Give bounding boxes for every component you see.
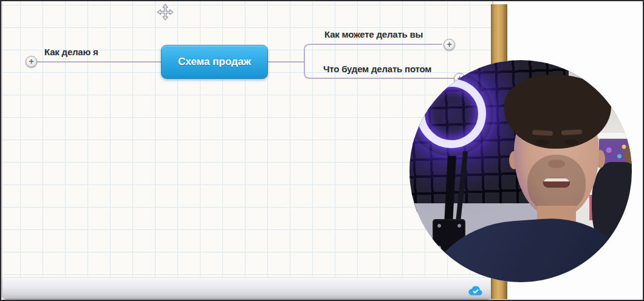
- presenter-eyebrow: [532, 130, 553, 136]
- branch-label-right-bottom[interactable]: Что будем делать потом: [323, 64, 431, 74]
- cloud-check-icon[interactable]: [468, 285, 484, 297]
- move-cursor-icon[interactable]: [157, 4, 174, 21]
- presenter-eye: [565, 140, 578, 145]
- root-node[interactable]: Схема продаж: [161, 45, 268, 79]
- canvas-bottom-edge: [2, 277, 492, 299]
- branch-label-right-top[interactable]: Как можете делать вы: [324, 29, 423, 39]
- add-node-button-right-top[interactable]: +: [444, 39, 455, 50]
- presenter-eye: [536, 140, 549, 145]
- add-node-button-left[interactable]: +: [26, 56, 37, 67]
- app-window: Схема продаж Как делаю я Как можете дела…: [0, 0, 644, 301]
- presenter-webcam-overlay[interactable]: [409, 60, 632, 282]
- plus-icon: +: [29, 57, 33, 66]
- root-node-label: Схема продаж: [178, 56, 251, 68]
- plus-icon: +: [447, 40, 451, 49]
- branch-label-left[interactable]: Как делаю я: [44, 47, 98, 57]
- presenter-mouth: [543, 178, 570, 188]
